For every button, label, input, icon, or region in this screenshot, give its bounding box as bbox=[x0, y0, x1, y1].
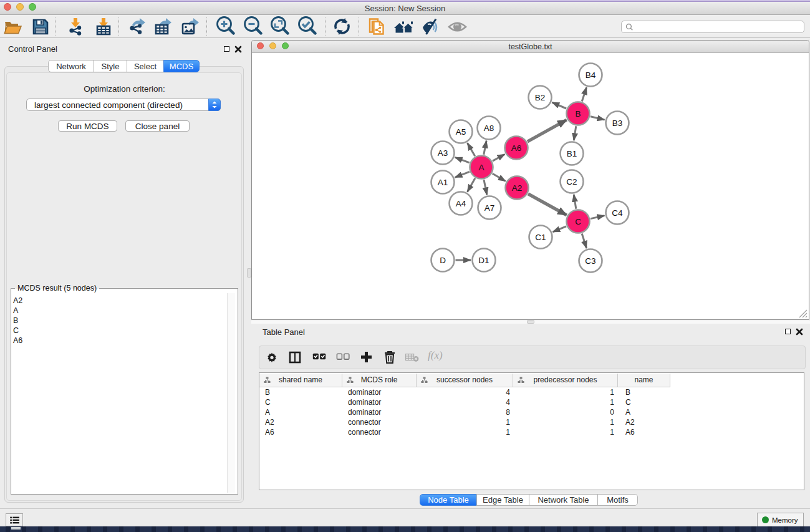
svg-text:B3: B3 bbox=[612, 118, 623, 128]
svg-text:A6: A6 bbox=[511, 143, 522, 153]
svg-text:C2: C2 bbox=[566, 177, 577, 186]
svg-text:A1: A1 bbox=[438, 178, 448, 187]
svg-text:C3: C3 bbox=[585, 256, 595, 266]
svg-text:B2: B2 bbox=[535, 93, 546, 102]
svg-text:B1: B1 bbox=[567, 149, 577, 158]
svg-text:B4: B4 bbox=[586, 70, 596, 80]
svg-text:A2: A2 bbox=[512, 183, 523, 193]
svg-text:D: D bbox=[440, 256, 446, 265]
svg-text:C4: C4 bbox=[612, 208, 623, 218]
svg-text:A: A bbox=[478, 163, 484, 172]
svg-text:C1: C1 bbox=[535, 233, 546, 242]
svg-text:A8: A8 bbox=[484, 123, 494, 133]
svg-text:A4: A4 bbox=[456, 199, 466, 208]
svg-text:D1: D1 bbox=[478, 256, 489, 265]
svg-text:C: C bbox=[575, 217, 581, 226]
svg-text:A5: A5 bbox=[456, 127, 466, 137]
svg-text:A7: A7 bbox=[485, 203, 495, 213]
svg-text:A3: A3 bbox=[438, 148, 448, 158]
svg-text:B: B bbox=[575, 109, 581, 118]
